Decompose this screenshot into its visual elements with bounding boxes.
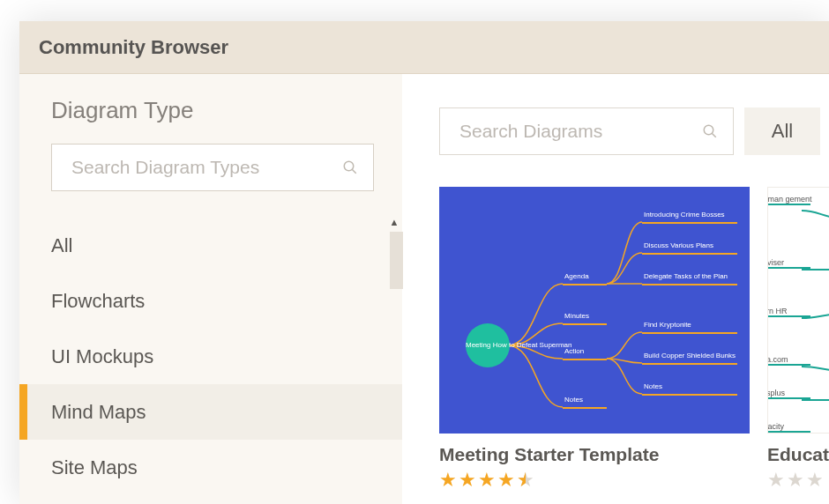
mindmap-branch-label: Action (564, 347, 584, 355)
sidebar-heading: Diagram Type (51, 97, 374, 124)
main-area: All (402, 74, 829, 504)
star-icon: ★ (806, 471, 824, 490)
star-half-icon: ★ (517, 471, 534, 490)
rating-stars: ★ ★ ★ (767, 471, 829, 490)
mindmap-center-label: Meeting How to Defeat Superman (466, 342, 510, 350)
titlebar: Community Browser (19, 21, 829, 74)
mindmap-branch-label: Agenda (564, 272, 589, 280)
template-title: Meeting Starter Template (439, 444, 750, 465)
mindmap-center-node: Meeting How to Defeat Superman (466, 323, 510, 367)
filter-button-label: All (772, 120, 793, 143)
diagram-type-label: Site Maps (51, 456, 138, 479)
diagram-type-search[interactable] (51, 144, 374, 191)
mindmap-leaf-label: Build Copper Shielded Bunks (644, 352, 736, 359)
template-card-meeting-starter[interactable]: Meeting How to Defeat Superman Agenda Mi… (439, 187, 750, 490)
template-thumbnail: Human gement Adviser earn HR nda.com tut… (767, 187, 829, 434)
diagram-type-label: Flowcharts (51, 290, 145, 313)
star-icon: ★ (767, 471, 785, 490)
mindmap-branch-label: Minutes (564, 312, 589, 320)
star-icon: ★ (459, 471, 476, 490)
community-browser-window: Community Browser Diagram Type ▲ (19, 21, 829, 504)
search-icon (341, 159, 359, 176)
window-title: Community Browser (39, 36, 228, 59)
diagram-type-label: UI Mockups (51, 345, 153, 368)
template-thumbnail: Meeting How to Defeat Superman Agenda Mi… (439, 187, 750, 434)
diagram-type-item-mind-maps[interactable]: Mind Maps (19, 384, 402, 440)
svg-line-3 (712, 133, 716, 137)
window-body: Diagram Type ▲ All (19, 74, 829, 504)
diagram-search[interactable] (439, 107, 734, 155)
main-toolbar: All (439, 107, 829, 155)
diagram-type-label: All (51, 234, 72, 257)
template-cards: Meeting How to Defeat Superman Agenda Mi… (439, 187, 829, 490)
filter-all-button[interactable]: All (744, 107, 820, 155)
diagram-type-item-flowcharts[interactable]: Flowcharts (19, 273, 402, 329)
diagram-search-input[interactable] (459, 121, 701, 142)
svg-line-1 (352, 169, 356, 174)
star-icon: ★ (478, 471, 496, 490)
diagram-type-search-input[interactable] (71, 157, 341, 178)
mindmap-leaf-label: Udacity (767, 422, 810, 433)
mindmap-leaf-label: Introducing Crime Bosses (644, 211, 725, 219)
template-title: Educat (767, 444, 829, 465)
template-card-education[interactable]: Human gement Adviser earn HR nda.com tut… (767, 187, 829, 490)
rating-stars: ★ ★ ★ ★ ★ (439, 471, 750, 490)
diagram-type-item-ui-mockups[interactable]: UI Mockups (19, 329, 402, 384)
sidebar-header: Diagram Type (19, 74, 402, 212)
diagram-type-list: All Flowcharts UI Mockups Mind Maps Site… (19, 218, 402, 495)
mindmap-leaf-label: Delegate Tasks of the Plan (644, 272, 728, 280)
sidebar: Diagram Type ▲ All (19, 74, 402, 504)
star-icon: ★ (497, 471, 515, 490)
diagram-type-list-container: ▲ All Flowcharts UI Mockups Mind Maps (19, 212, 402, 504)
search-icon (701, 122, 719, 140)
diagram-type-item-all[interactable]: All (19, 218, 402, 273)
diagram-type-item-site-maps[interactable]: Site Maps (19, 440, 402, 495)
mindmap-leaf-label: Notes (644, 382, 662, 390)
diagram-type-label: Mind Maps (51, 401, 146, 424)
mindmap-leaf-label: Find Kryptonite (644, 321, 691, 329)
mindmap-leaf-label: Discuss Various Plans (644, 241, 713, 249)
star-icon: ★ (439, 471, 457, 490)
svg-point-2 (704, 125, 713, 135)
mindmap-branch-label: Notes (564, 396, 583, 404)
svg-point-0 (344, 161, 354, 171)
star-icon: ★ (787, 471, 804, 490)
